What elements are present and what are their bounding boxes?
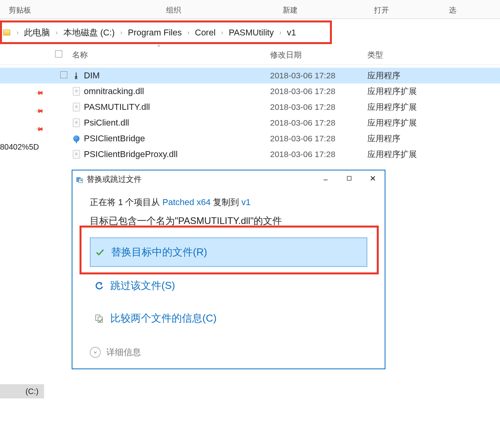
crumb-v1[interactable]: v1 (287, 28, 296, 38)
file-date: 2018-03-06 17:28 (270, 87, 335, 96)
copy-dest-link[interactable]: v1 (241, 197, 250, 207)
file-type: 应用程序 (367, 133, 400, 144)
file-date: 2018-03-06 17:28 (270, 102, 335, 112)
crumb-this-pc[interactable]: 此电脑 (24, 27, 50, 39)
file-name: DIM (84, 70, 100, 81)
check-icon (95, 248, 105, 257)
column-headers: ^ 名称 修改日期 类型 (0, 45, 500, 65)
column-header-name[interactable]: 名称 (72, 50, 88, 60)
dll-file-icon (72, 103, 81, 111)
dialog-conflict-message: 目标已包含一个名为"PASMUTILITY.dll"的文件 (90, 215, 367, 227)
dialog-title-bar[interactable]: 替换或跳过文件 (72, 170, 385, 188)
ribbon-label-new: 新建 (283, 5, 298, 15)
dll-file-icon (72, 118, 81, 127)
sidebar-drive-label: (C:) (26, 387, 39, 396)
file-type: 应用程序扩展 (367, 86, 417, 97)
file-date: 2018-03-06 17:28 (270, 150, 335, 159)
ribbon-label-organize: 组织 (166, 5, 181, 15)
minimize-button[interactable] (314, 170, 337, 186)
crumb-pasmutility[interactable]: PASMUtility (229, 28, 274, 38)
maximize-button[interactable] (337, 170, 361, 186)
dialog-footer: 详细信息 (90, 346, 141, 358)
file-type: 应用程序扩展 (367, 149, 417, 160)
file-name: PsiClient.dll (84, 118, 129, 128)
file-row[interactable]: ⭳ DIM 2018-03-06 17:28 应用程序 (0, 68, 500, 83)
dialog-title: 替换或跳过文件 (87, 174, 142, 185)
file-name: PASMUTILITY.dll (84, 102, 150, 112)
row-checkbox[interactable] (60, 71, 67, 80)
chevron-right-icon[interactable]: › (52, 29, 61, 36)
close-button[interactable] (361, 170, 385, 186)
file-row[interactable]: PASMUTILITY.dll 2018-03-06 17:28 应用程序扩展 (0, 99, 500, 115)
file-name: omnitracking.dll (84, 86, 144, 96)
dialog-body: 正在将 1 个项目从 Patched x64 复制到 v1 目标已包含一个名为"… (72, 188, 385, 341)
chevron-right-icon[interactable]: › (117, 29, 125, 36)
sort-indicator-icon: ^ (157, 44, 160, 50)
file-row[interactable]: PSIClientBridgeProxy.dll 2018-03-06 17:2… (0, 146, 500, 162)
file-row[interactable]: PSIClientBridge 2018-03-06 17:28 应用程序 (0, 131, 500, 146)
compare-files-icon (94, 314, 104, 323)
file-date: 2018-03-06 17:28 (270, 134, 335, 143)
sidebar-drive-c[interactable]: (C:) (0, 384, 44, 398)
ribbon-label-open: 打开 (374, 5, 389, 15)
dll-file-icon (72, 150, 81, 159)
folder-icon (3, 30, 10, 35)
svg-rect-3 (347, 176, 351, 180)
crumb-program-files[interactable]: Program Files (128, 28, 182, 38)
option-compare[interactable]: 比较两个文件的信息(C) (90, 304, 367, 332)
dll-file-icon (72, 87, 81, 96)
file-name: PSIClientBridgeProxy.dll (84, 149, 178, 159)
file-list: ⭳ DIM 2018-03-06 17:28 应用程序 omnitracking… (0, 68, 500, 162)
chevron-right-icon[interactable]: › (276, 29, 284, 36)
ribbon-label-select: 选 (449, 5, 456, 15)
copy-files-icon (76, 176, 83, 182)
file-name: PSIClientBridge (84, 133, 145, 144)
file-type: 应用程序扩展 (367, 117, 417, 128)
file-type: 应用程序扩展 (367, 102, 417, 113)
chevron-right-icon[interactable]: › (218, 29, 226, 36)
file-type: 应用程序 (367, 70, 400, 81)
chevron-right-icon[interactable]: › (184, 29, 193, 36)
copy-source-link[interactable]: Patched x64 (163, 197, 211, 207)
file-date: 2018-03-06 17:28 (270, 71, 335, 80)
file-row[interactable]: omnitracking.dll 2018-03-06 17:28 应用程序扩展 (0, 83, 500, 99)
column-header-type[interactable]: 类型 (367, 50, 383, 60)
replace-or-skip-dialog: 替换或跳过文件 正在将 1 个项目从 Patched x64 复制到 v1 目标… (72, 170, 385, 369)
option-compare-label: 比较两个文件的信息(C) (110, 311, 217, 325)
ribbon-group-labels: 剪贴板 组织 新建 打开 选 (0, 0, 500, 19)
details-label[interactable]: 详细信息 (106, 346, 141, 358)
ribbon-label-clipboard: 剪贴板 (9, 5, 31, 15)
undo-arrow-icon (94, 281, 104, 291)
copy-mid-text: 复制到 (211, 197, 241, 207)
option-skip[interactable]: 跳过该文件(S) (90, 272, 367, 300)
download-arrow-icon: ⭳ (72, 71, 81, 80)
breadcrumb[interactable]: › 此电脑 › 本地磁盘 (C:) › Program Files › Core… (0, 27, 296, 39)
file-date: 2018-03-06 17:28 (270, 118, 335, 128)
option-replace-label: 替换目标中的文件(R) (111, 245, 207, 259)
column-header-modified[interactable]: 修改日期 (270, 50, 302, 60)
svg-rect-1 (79, 179, 83, 183)
file-row[interactable]: PsiClient.dll 2018-03-06 17:28 应用程序扩展 (0, 115, 500, 131)
chevron-right-icon[interactable]: › (13, 29, 22, 36)
app-icon (72, 134, 81, 143)
address-bar[interactable]: › 此电脑 › 本地磁盘 (C:) › Program Files › Core… (0, 22, 500, 43)
header-checkbox[interactable] (55, 50, 62, 59)
crumb-drive-c[interactable]: 本地磁盘 (C:) (63, 27, 115, 39)
copy-prefix-text: 正在将 1 个项目从 (90, 197, 163, 207)
option-replace[interactable]: 替换目标中的文件(R) (90, 237, 367, 267)
option-skip-label: 跳过该文件(S) (110, 279, 175, 292)
expand-details-button[interactable] (90, 347, 101, 358)
crumb-corel[interactable]: Corel (195, 28, 216, 38)
dialog-copy-message: 正在将 1 个项目从 Patched x64 复制到 v1 (90, 196, 367, 208)
